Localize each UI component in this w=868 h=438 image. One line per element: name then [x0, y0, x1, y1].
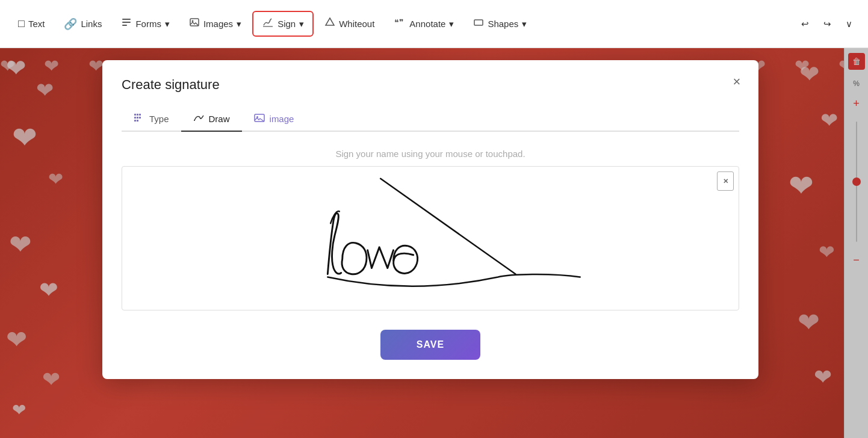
sign-button[interactable]: Sign ▾: [252, 11, 314, 37]
text-button[interactable]: □ Text: [10, 13, 53, 35]
more-icon: ∨: [846, 19, 852, 29]
tab-type[interactable]: Type: [122, 107, 181, 132]
links-button[interactable]: 🔗 Links: [55, 13, 110, 35]
undo-button[interactable]: ↩: [795, 14, 815, 34]
svg-marker-6: [326, 18, 334, 25]
shapes-icon: [473, 17, 484, 31]
tab-image-icon: [254, 113, 265, 125]
annotate-icon: ❝❞: [394, 17, 406, 31]
svg-rect-15: [134, 120, 136, 122]
svg-rect-9: [134, 114, 136, 116]
modal-title: Create signature: [122, 77, 739, 93]
whiteout-icon: [324, 17, 335, 31]
draw-hint: Sign your name using your mouse or touch…: [122, 132, 739, 166]
svg-point-17: [194, 120, 195, 121]
tab-image[interactable]: image: [242, 107, 306, 132]
create-signature-modal: Create signature ×: [102, 60, 758, 379]
svg-rect-0: [122, 19, 131, 20]
svg-rect-13: [137, 117, 138, 119]
shapes-dropdown-icon: ▾: [522, 19, 527, 29]
page-area: ❤ ❤ ❤ ❤ ❤ ❤ ❤ ❤ ❤ ❤ ❤ ❤ ❤ ❤ ❤ 🗑 % +: [0, 48, 868, 438]
draw-canvas[interactable]: ✕: [122, 166, 739, 310]
modal-overlay: Create signature ×: [0, 48, 868, 438]
forms-button[interactable]: Forms ▾: [113, 12, 178, 35]
forms-dropdown-icon: ▾: [165, 19, 170, 29]
sign-dropdown-icon: ▾: [299, 19, 304, 29]
svg-text:❝❞: ❝❞: [394, 17, 404, 27]
tab-draw[interactable]: Draw: [181, 107, 242, 132]
svg-rect-14: [139, 117, 141, 119]
toolbar: □ Text 🔗 Links Forms ▾ Images ▾: [0, 0, 868, 48]
more-button[interactable]: ∨: [840, 14, 858, 34]
links-icon: 🔗: [64, 17, 77, 31]
svg-rect-10: [137, 114, 138, 116]
text-icon: □: [18, 17, 25, 30]
images-dropdown-icon: ▾: [237, 19, 241, 29]
tab-draw-icon: [193, 113, 204, 125]
sign-icon: [262, 17, 274, 31]
svg-rect-1: [122, 22, 131, 23]
annotate-button[interactable]: ❝❞ Annotate ▾: [385, 12, 462, 35]
clear-icon: ✕: [723, 177, 728, 185]
modal-close-button[interactable]: ×: [727, 72, 746, 91]
clear-signature-button[interactable]: ✕: [717, 171, 734, 191]
redo-button[interactable]: ↪: [817, 14, 837, 34]
images-button[interactable]: Images ▾: [181, 12, 250, 35]
svg-rect-12: [134, 117, 136, 119]
signature-drawing: [122, 167, 739, 310]
undo-icon: ↩: [801, 19, 809, 29]
svg-rect-8: [474, 20, 483, 25]
save-area: SAVE: [122, 325, 739, 360]
tab-type-icon: [134, 113, 144, 125]
svg-point-4: [191, 20, 193, 22]
forms-icon: [121, 17, 132, 31]
save-button[interactable]: SAVE: [380, 330, 480, 360]
shapes-button[interactable]: Shapes ▾: [465, 12, 535, 35]
redo-icon: ↪: [823, 19, 831, 29]
whiteout-button[interactable]: Whiteout: [316, 12, 383, 35]
toolbar-right: ↩ ↪ ∨: [795, 14, 858, 34]
annotate-dropdown-icon: ▾: [449, 19, 454, 29]
svg-rect-2: [122, 25, 127, 26]
signature-tabs: Type Draw: [122, 107, 739, 132]
svg-rect-16: [137, 120, 138, 122]
svg-rect-11: [139, 114, 141, 116]
close-icon: ×: [733, 74, 741, 90]
svg-point-19: [256, 116, 258, 118]
images-icon: [189, 17, 200, 31]
